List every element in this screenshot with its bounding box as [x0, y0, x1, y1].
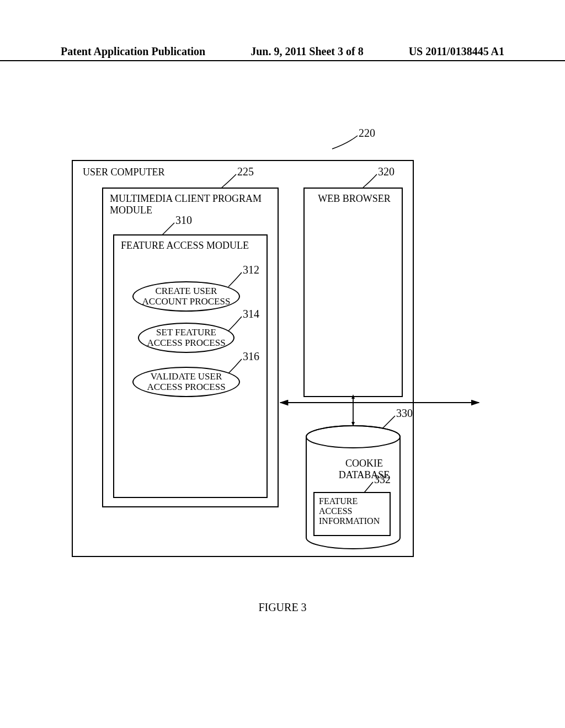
ellipse-validate-user: VALIDATE USER ACCESS PROCESS: [132, 367, 240, 397]
header-right: US 2011/0138445 A1: [409, 45, 504, 58]
ellipse-set-feature: SET FEATURE ACCESS PROCESS: [138, 323, 234, 353]
label-create-user: CREATE USER ACCOUNT PROCESS: [142, 286, 231, 307]
figure-caption: FIGURE 3: [0, 601, 565, 614]
diagram-canvas: 220 USER COMPUTER 225 320 MULTIMEDIA CLI…: [72, 143, 480, 568]
ellipse-create-user: CREATE USER ACCOUNT PROCESS: [132, 281, 240, 312]
box-feature-info: FEATURE ACCESS INFORMATION: [313, 492, 391, 536]
label-web-browser: WEB BROWSER: [317, 193, 392, 205]
label-feature-info: FEATURE ACCESS INFORMATION: [319, 496, 380, 526]
page-header: Patent Application Publication Jun. 9, 2…: [0, 45, 565, 61]
label-validate-user: VALIDATE USER ACCESS PROCESS: [147, 372, 225, 392]
label-feature-access-module: FEATURE ACCESS MODULE: [121, 240, 249, 251]
label-multimedia-module: MULTIMEDIA CLIENT PROGRAM MODULE: [110, 193, 262, 216]
label-set-feature: SET FEATURE ACCESS PROCESS: [147, 328, 225, 348]
header-left: Patent Application Publication: [61, 45, 205, 58]
header-mid: Jun. 9, 2011 Sheet 3 of 8: [250, 45, 363, 58]
box-web-browser: WEB BROWSER: [303, 188, 403, 397]
